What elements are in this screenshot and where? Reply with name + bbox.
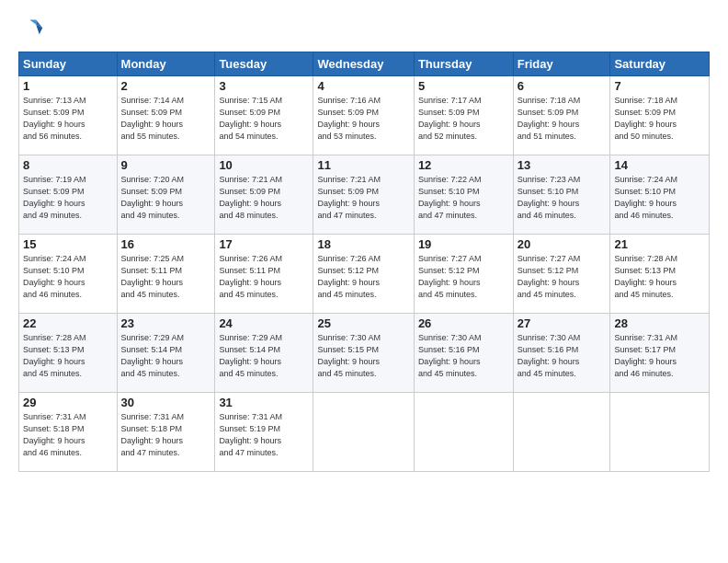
calendar-cell: 1Sunrise: 7:13 AM Sunset: 5:09 PM Daylig… [19, 76, 118, 155]
weekday-header-saturday: Saturday [610, 52, 710, 76]
calendar-cell: 8Sunrise: 7:19 AM Sunset: 5:09 PM Daylig… [19, 155, 118, 235]
day-info: Sunrise: 7:24 AM Sunset: 5:10 PM Dayligh… [23, 253, 113, 301]
day-info: Sunrise: 7:20 AM Sunset: 5:09 PM Dayligh… [121, 174, 211, 222]
day-info: Sunrise: 7:30 AM Sunset: 5:16 PM Dayligh… [518, 332, 607, 380]
calendar-cell: 29Sunrise: 7:31 AM Sunset: 5:18 PM Dayli… [19, 393, 118, 472]
calendar-cell: 3Sunrise: 7:15 AM Sunset: 5:09 PM Daylig… [215, 76, 313, 155]
day-number: 17 [219, 237, 309, 251]
calendar-cell: 31Sunrise: 7:31 AM Sunset: 5:19 PM Dayli… [215, 393, 313, 472]
day-info: Sunrise: 7:18 AM Sunset: 5:09 PM Dayligh… [518, 95, 607, 143]
calendar-cell: 12Sunrise: 7:22 AM Sunset: 5:10 PM Dayli… [414, 155, 513, 235]
weekday-header-monday: Monday [117, 52, 215, 76]
day-info: Sunrise: 7:28 AM Sunset: 5:13 PM Dayligh… [23, 332, 113, 380]
day-number: 21 [614, 237, 705, 251]
day-info: Sunrise: 7:31 AM Sunset: 5:17 PM Dayligh… [614, 332, 705, 380]
calendar-cell: 14Sunrise: 7:24 AM Sunset: 5:10 PM Dayli… [610, 155, 710, 235]
day-info: Sunrise: 7:28 AM Sunset: 5:13 PM Dayligh… [614, 253, 705, 301]
day-number: 11 [317, 158, 409, 172]
weekday-header-sunday: Sunday [19, 52, 118, 76]
day-number: 24 [219, 316, 309, 330]
day-info: Sunrise: 7:17 AM Sunset: 5:09 PM Dayligh… [418, 95, 509, 143]
day-info: Sunrise: 7:14 AM Sunset: 5:09 PM Dayligh… [121, 95, 211, 143]
day-info: Sunrise: 7:16 AM Sunset: 5:09 PM Dayligh… [317, 95, 409, 143]
calendar-cell: 20Sunrise: 7:27 AM Sunset: 5:12 PM Dayli… [513, 235, 610, 314]
day-info: Sunrise: 7:31 AM Sunset: 5:18 PM Dayligh… [121, 411, 211, 459]
calendar-cell: 15Sunrise: 7:24 AM Sunset: 5:10 PM Dayli… [19, 235, 118, 314]
day-info: Sunrise: 7:31 AM Sunset: 5:19 PM Dayligh… [219, 411, 309, 459]
day-info: Sunrise: 7:19 AM Sunset: 5:09 PM Dayligh… [23, 174, 113, 222]
calendar-cell: 16Sunrise: 7:25 AM Sunset: 5:11 PM Dayli… [117, 235, 215, 314]
day-number: 15 [23, 237, 113, 251]
day-number: 2 [121, 79, 211, 93]
day-info: Sunrise: 7:15 AM Sunset: 5:09 PM Dayligh… [219, 95, 309, 143]
day-number: 3 [219, 79, 309, 93]
calendar-cell: 11Sunrise: 7:21 AM Sunset: 5:09 PM Dayli… [313, 155, 414, 235]
day-number: 16 [121, 237, 211, 251]
weekday-header-tuesday: Tuesday [215, 52, 313, 76]
calendar-cell: 10Sunrise: 7:21 AM Sunset: 5:09 PM Dayli… [215, 155, 313, 235]
svg-marker-2 [29, 20, 36, 25]
calendar-week-4: 22Sunrise: 7:28 AM Sunset: 5:13 PM Dayli… [19, 314, 710, 393]
day-info: Sunrise: 7:21 AM Sunset: 5:09 PM Dayligh… [219, 174, 309, 222]
calendar-cell: 18Sunrise: 7:26 AM Sunset: 5:12 PM Dayli… [313, 235, 414, 314]
day-number: 26 [418, 316, 509, 330]
day-number: 4 [317, 79, 409, 93]
calendar-week-3: 15Sunrise: 7:24 AM Sunset: 5:10 PM Dayli… [19, 235, 710, 314]
calendar-cell: 30Sunrise: 7:31 AM Sunset: 5:18 PM Dayli… [117, 393, 215, 472]
day-info: Sunrise: 7:27 AM Sunset: 5:12 PM Dayligh… [518, 253, 607, 301]
calendar-body: 1Sunrise: 7:13 AM Sunset: 5:09 PM Daylig… [19, 76, 710, 472]
weekday-header-row: SundayMondayTuesdayWednesdayThursdayFrid… [19, 52, 710, 76]
calendar-cell: 24Sunrise: 7:29 AM Sunset: 5:14 PM Dayli… [215, 314, 313, 393]
day-number: 10 [219, 158, 309, 172]
day-info: Sunrise: 7:23 AM Sunset: 5:10 PM Dayligh… [518, 174, 607, 222]
calendar-cell: 4Sunrise: 7:16 AM Sunset: 5:09 PM Daylig… [313, 76, 414, 155]
calendar-cell: 22Sunrise: 7:28 AM Sunset: 5:13 PM Dayli… [19, 314, 118, 393]
calendar-cell: 19Sunrise: 7:27 AM Sunset: 5:12 PM Dayli… [414, 235, 513, 314]
weekday-header-thursday: Thursday [414, 52, 513, 76]
day-info: Sunrise: 7:30 AM Sunset: 5:16 PM Dayligh… [418, 332, 509, 380]
header [18, 17, 710, 42]
day-number: 5 [418, 79, 509, 93]
day-number: 14 [614, 158, 705, 172]
day-info: Sunrise: 7:24 AM Sunset: 5:10 PM Dayligh… [614, 174, 705, 222]
calendar-cell: 5Sunrise: 7:17 AM Sunset: 5:09 PM Daylig… [414, 76, 513, 155]
day-number: 19 [418, 237, 509, 251]
day-number: 25 [317, 316, 409, 330]
day-info: Sunrise: 7:27 AM Sunset: 5:12 PM Dayligh… [418, 253, 509, 301]
logo-icon [18, 17, 44, 42]
calendar-cell [414, 393, 513, 472]
calendar-cell: 6Sunrise: 7:18 AM Sunset: 5:09 PM Daylig… [513, 76, 610, 155]
weekday-header-wednesday: Wednesday [313, 52, 414, 76]
day-number: 27 [518, 316, 607, 330]
day-info: Sunrise: 7:22 AM Sunset: 5:10 PM Dayligh… [418, 174, 509, 222]
calendar-cell: 28Sunrise: 7:31 AM Sunset: 5:17 PM Dayli… [610, 314, 710, 393]
day-info: Sunrise: 7:29 AM Sunset: 5:14 PM Dayligh… [121, 332, 211, 380]
page: SundayMondayTuesdayWednesdayThursdayFrid… [0, 0, 728, 481]
day-number: 29 [23, 396, 113, 409]
calendar-cell: 17Sunrise: 7:26 AM Sunset: 5:11 PM Dayli… [215, 235, 313, 314]
day-number: 30 [121, 396, 211, 409]
day-number: 20 [518, 237, 607, 251]
calendar-cell [610, 393, 710, 472]
day-info: Sunrise: 7:30 AM Sunset: 5:15 PM Dayligh… [317, 332, 409, 380]
calendar-cell: 27Sunrise: 7:30 AM Sunset: 5:16 PM Dayli… [513, 314, 610, 393]
calendar-cell: 23Sunrise: 7:29 AM Sunset: 5:14 PM Dayli… [117, 314, 215, 393]
weekday-header-friday: Friday [513, 52, 610, 76]
calendar-week-2: 8Sunrise: 7:19 AM Sunset: 5:09 PM Daylig… [19, 155, 710, 235]
calendar-cell: 26Sunrise: 7:30 AM Sunset: 5:16 PM Dayli… [414, 314, 513, 393]
day-number: 13 [518, 158, 607, 172]
day-info: Sunrise: 7:26 AM Sunset: 5:12 PM Dayligh… [317, 253, 409, 301]
calendar-cell: 9Sunrise: 7:20 AM Sunset: 5:09 PM Daylig… [117, 155, 215, 235]
calendar-cell: 7Sunrise: 7:18 AM Sunset: 5:09 PM Daylig… [610, 76, 710, 155]
day-number: 31 [219, 396, 309, 409]
day-number: 8 [23, 158, 113, 172]
calendar-cell [513, 393, 610, 472]
day-number: 22 [23, 316, 113, 330]
day-info: Sunrise: 7:29 AM Sunset: 5:14 PM Dayligh… [219, 332, 309, 380]
calendar-cell: 21Sunrise: 7:28 AM Sunset: 5:13 PM Dayli… [610, 235, 710, 314]
day-number: 28 [614, 316, 705, 330]
logo [18, 17, 48, 42]
day-number: 6 [518, 79, 607, 93]
day-info: Sunrise: 7:21 AM Sunset: 5:09 PM Dayligh… [317, 174, 409, 222]
day-number: 1 [23, 79, 113, 93]
